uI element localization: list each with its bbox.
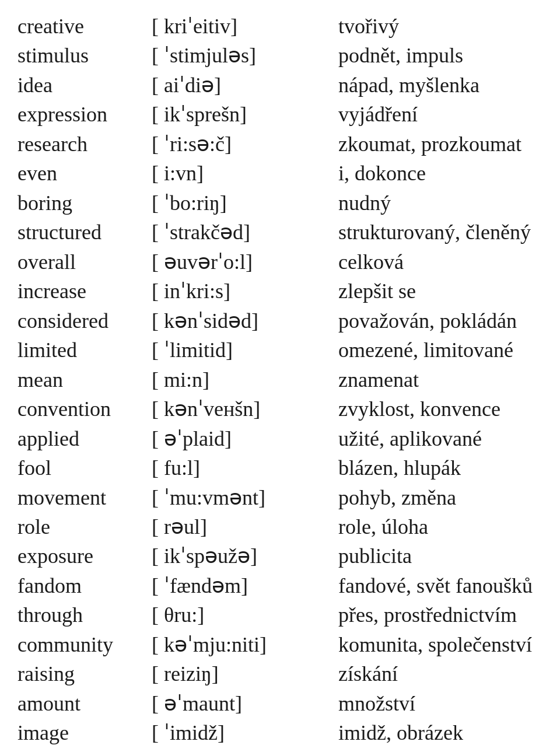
translation-cell: znamenat [338, 365, 542, 394]
pronunciation-cell: [ mi:n] [146, 365, 338, 394]
translation-cell: množství [338, 689, 542, 718]
table-row: image[ ˈimidž]imidž, obrázek [18, 718, 542, 747]
translation-cell: imidž, obrázek [338, 718, 542, 747]
table-row: community[ kəˈmju:niti]komunita, společe… [18, 630, 542, 659]
word-cell: expression [18, 100, 146, 129]
word-cell: role [18, 512, 146, 541]
pronunciation-cell: [ ˈstrakčəd] [146, 218, 338, 247]
translation-cell: strukturovaný, členěný [338, 218, 542, 247]
pronunciation-cell: [ inˈkri:s] [146, 748, 338, 752]
pronunciation-cell: [ ˈmu:vmənt] [146, 483, 338, 512]
table-row: convention[ kənˈvенšn]zvyklost, konvence [18, 394, 542, 424]
table-row: idea[ aiˈdiə]nápad, myšlenka [18, 71, 542, 100]
vocabulary-table: creative[ kriˈeitiv]tvořivýstimulus[ ˈst… [18, 12, 542, 752]
word-cell: image [18, 718, 146, 747]
word-cell: research [18, 130, 146, 159]
pronunciation-cell: [ ikˈspəužə] [146, 541, 338, 571]
table-row: boring[ ˈbo:riŋ]nudný [18, 188, 542, 218]
table-row: amount[ əˈmaunt]množství [18, 689, 542, 718]
pronunciation-cell: [ kəˈmju:niti] [146, 630, 338, 659]
pronunciation-cell: [ ˈbo:riŋ] [146, 188, 338, 218]
word-cell: considered [18, 306, 146, 335]
table-row: increase[ inˈkri:s]zvýšit [18, 748, 542, 752]
translation-cell: omezené, limitované [338, 335, 542, 365]
pronunciation-cell: [ ˈfændəm] [146, 571, 338, 600]
table-row: even[ i:vn]i, dokonce [18, 159, 542, 188]
translation-cell: zlepšit se [338, 277, 542, 306]
pronunciation-cell: [ inˈkri:s] [146, 277, 338, 306]
word-cell: movement [18, 483, 146, 512]
table-row: fool[ fu:l]blázen, hlupák [18, 453, 542, 482]
word-cell: mean [18, 365, 146, 394]
pronunciation-cell: [ aiˈdiə] [146, 71, 338, 100]
word-cell: amount [18, 689, 146, 718]
pronunciation-cell: [ fu:l] [146, 453, 338, 482]
word-cell: applied [18, 424, 146, 453]
translation-cell: nápad, myšlenka [338, 71, 542, 100]
word-cell: community [18, 630, 146, 659]
table-row: mean[ mi:n]znamenat [18, 365, 542, 394]
word-cell: increase [18, 748, 146, 752]
pronunciation-cell: [ ikˈsprešn] [146, 100, 338, 129]
word-cell: fool [18, 453, 146, 482]
word-cell: overall [18, 247, 146, 277]
word-cell: even [18, 159, 146, 188]
word-cell: boring [18, 188, 146, 218]
pronunciation-cell: [ ˈstimjuləs] [146, 41, 338, 70]
translation-cell: nudný [338, 188, 542, 218]
translation-cell: zkoumat, prozkoumat [338, 130, 542, 159]
table-row: exposure[ ikˈspəužə]publicita [18, 541, 542, 571]
word-cell: limited [18, 335, 146, 365]
word-cell: raising [18, 659, 146, 688]
pronunciation-cell: [ əˈplaid] [146, 424, 338, 453]
translation-cell: celková [338, 247, 542, 277]
translation-cell: zvýšit [338, 748, 542, 752]
pronunciation-cell: [ rəul] [146, 512, 338, 541]
table-row: stimulus[ ˈstimjuləs]podnět, impuls [18, 41, 542, 70]
word-cell: convention [18, 394, 146, 424]
pronunciation-cell: [ ˈimidž] [146, 718, 338, 747]
translation-cell: pohyb, změna [338, 483, 542, 512]
pronunciation-cell: [ reiziŋ] [146, 659, 338, 688]
word-cell: increase [18, 277, 146, 306]
translation-cell: zvyklost, konvence [338, 394, 542, 424]
translation-cell: užité, aplikované [338, 424, 542, 453]
word-cell: fandom [18, 571, 146, 600]
translation-cell: komunita, společenství [338, 630, 542, 659]
word-cell: creative [18, 12, 146, 41]
table-row: applied[ əˈplaid]užité, aplikované [18, 424, 542, 453]
table-row: movement[ ˈmu:vmənt]pohyb, změna [18, 483, 542, 512]
table-row: creative[ kriˈeitiv]tvořivý [18, 12, 542, 41]
table-row: structured[ ˈstrakčəd]strukturovaný, čle… [18, 218, 542, 247]
pronunciation-cell: [ ˈri:sə:č] [146, 130, 338, 159]
translation-cell: vyjádření [338, 100, 542, 129]
word-cell: through [18, 600, 146, 629]
table-row: increase[ inˈkri:s]zlepšit se [18, 277, 542, 306]
table-row: through[ θru:]přes, prostřednictvím [18, 600, 542, 629]
table-row: role[ rəul]role, úloha [18, 512, 542, 541]
table-row: limited[ ˈlimitid]omezené, limitované [18, 335, 542, 365]
pronunciation-cell: [ kənˈvенšn] [146, 394, 338, 424]
pronunciation-cell: [ kriˈeitiv] [146, 12, 338, 41]
table-row: research[ ˈri:sə:č]zkoumat, prozkoumat [18, 130, 542, 159]
table-row: considered[ kənˈsidəd]považován, pokládá… [18, 306, 542, 335]
table-row: overall[ əuvərˈo:l]celková [18, 247, 542, 277]
pronunciation-cell: [ əuvərˈo:l] [146, 247, 338, 277]
pronunciation-cell: [ kənˈsidəd] [146, 306, 338, 335]
translation-cell: přes, prostřednictvím [338, 600, 542, 629]
translation-cell: publicita [338, 541, 542, 571]
translation-cell: tvořivý [338, 12, 542, 41]
word-cell: exposure [18, 541, 146, 571]
pronunciation-cell: [ θru:] [146, 600, 338, 629]
translation-cell: získání [338, 659, 542, 688]
word-cell: stimulus [18, 41, 146, 70]
translation-cell: blázen, hlupák [338, 453, 542, 482]
translation-cell: fandové, svět fanoušků [338, 571, 542, 600]
translation-cell: považován, pokládán [338, 306, 542, 335]
pronunciation-cell: [ i:vn] [146, 159, 338, 188]
table-row: expression[ ikˈsprešn]vyjádření [18, 100, 542, 129]
word-cell: idea [18, 71, 146, 100]
translation-cell: i, dokonce [338, 159, 542, 188]
pronunciation-cell: [ ˈlimitid] [146, 335, 338, 365]
pronunciation-cell: [ əˈmaunt] [146, 689, 338, 718]
